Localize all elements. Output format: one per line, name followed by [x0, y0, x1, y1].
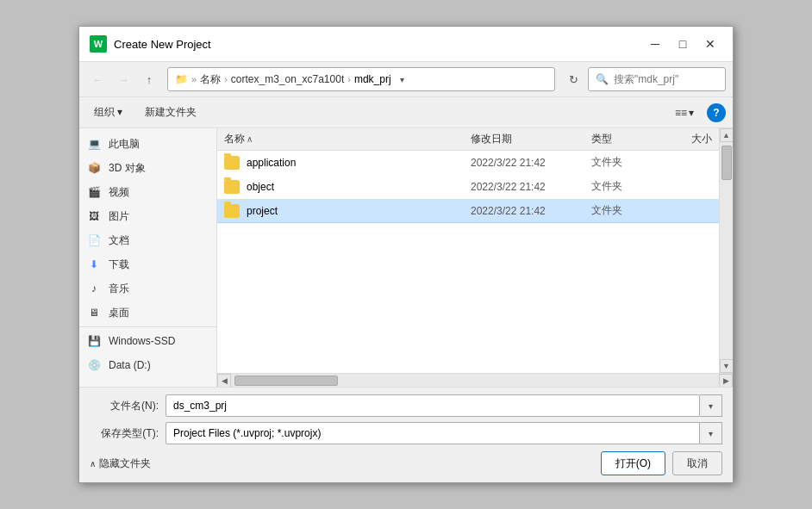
- scroll-right-button[interactable]: ▶: [719, 374, 733, 388]
- table-row[interactable]: project 2022/3/22 21:42 文件夹: [217, 199, 719, 223]
- search-bar: 🔍: [588, 67, 726, 91]
- close-button[interactable]: ✕: [698, 34, 722, 54]
- sidebar-item-picture[interactable]: 🖼 图片: [79, 204, 216, 228]
- sidebar-item-this-pc[interactable]: 💻 此电脑: [79, 132, 216, 156]
- open-button[interactable]: 打开(O): [601, 451, 665, 475]
- sidebar-label-picture: 图片: [109, 209, 129, 224]
- file-type-cell: 文件夹: [591, 179, 660, 194]
- sidebar-item-desktop[interactable]: 🖥 桌面: [79, 301, 216, 325]
- view-button[interactable]: ≡≡ ▾: [669, 103, 700, 122]
- cancel-button[interactable]: 取消: [672, 451, 722, 475]
- bottom-form-area: 文件名(N): ▾ 保存类型(T): Project Files (*.uvpr…: [79, 387, 733, 482]
- file-name-cell: application: [224, 156, 471, 170]
- sidebar-item-windows-ssd[interactable]: 💾 Windows-SSD: [79, 329, 216, 353]
- file-type-cell: 文件夹: [591, 203, 660, 218]
- sidebar-label-desktop: 桌面: [109, 306, 129, 320]
- content-area: 💻 此电脑 📦 3D 对象 🎬 视频 🖼 图片 📄 文档 ⬇ 下载: [79, 128, 733, 387]
- h-scroll-thumb[interactable]: [234, 376, 338, 386]
- picture-icon: 🖼: [86, 208, 102, 224]
- table-row[interactable]: application 2022/3/22 21:42 文件夹: [217, 151, 719, 175]
- vertical-scrollbar[interactable]: ▲ ▼: [719, 128, 733, 373]
- column-header-type[interactable]: 类型: [591, 132, 660, 146]
- refresh-button[interactable]: ↻: [562, 68, 584, 90]
- scroll-thumb[interactable]: [721, 146, 732, 180]
- sidebar-label-download: 下载: [109, 258, 129, 272]
- maximize-button[interactable]: □: [671, 34, 695, 54]
- filetype-label: 保存类型(T):: [90, 426, 159, 441]
- scroll-track[interactable]: [720, 142, 734, 359]
- column-header-name[interactable]: 名称 ∧: [224, 132, 471, 146]
- back-button[interactable]: ←: [86, 68, 109, 90]
- hide-folder-button[interactable]: ∧ 隐藏文件夹: [90, 456, 151, 471]
- file-date-cell: 2022/3/22 21:42: [471, 181, 591, 193]
- breadcrumb-dropdown-button[interactable]: ▾: [395, 71, 410, 87]
- window-controls: ─ □ ✕: [643, 34, 722, 54]
- folder-icon: [224, 180, 240, 194]
- file-list-header: 名称 ∧ 修改日期 类型 大小: [217, 128, 719, 151]
- download-icon: ⬇: [86, 257, 102, 272]
- view-icon: ≡≡: [675, 107, 687, 119]
- scroll-up-button[interactable]: ▲: [720, 128, 734, 142]
- folder-icon: [224, 156, 240, 170]
- sidebar-label-this-pc: 此电脑: [109, 137, 140, 152]
- minimize-button[interactable]: ─: [643, 34, 667, 54]
- sidebar-item-data-d[interactable]: 💿 Data (D:): [79, 353, 216, 377]
- filetype-row: 保存类型(T): Project Files (*.uvproj; *.uvpr…: [90, 422, 722, 444]
- column-header-size[interactable]: 大小: [660, 132, 712, 146]
- sidebar-item-3d[interactable]: 📦 3D 对象: [79, 156, 216, 180]
- sidebar-item-video[interactable]: 🎬 视频: [79, 180, 216, 204]
- filename-row: 文件名(N): ▾: [90, 394, 722, 417]
- sidebar-label-windows-ssd: Windows-SSD: [109, 335, 175, 347]
- sidebar-label-3d: 3D 对象: [109, 161, 146, 176]
- sort-arrow: ∧: [247, 134, 253, 144]
- file-type-cell: 文件夹: [591, 155, 660, 170]
- breadcrumb-arm[interactable]: 名称: [200, 72, 221, 87]
- filename-dropdown-button[interactable]: ▾: [700, 394, 722, 417]
- file-name-label: project: [247, 205, 278, 217]
- search-input[interactable]: [614, 73, 717, 85]
- computer-icon: 💻: [86, 136, 102, 152]
- file-date-cell: 2022/3/22 21:42: [471, 157, 591, 169]
- sidebar-divider: [79, 326, 216, 327]
- new-folder-button[interactable]: 新建文件夹: [137, 102, 204, 123]
- h-scroll-track[interactable]: [231, 374, 719, 388]
- title-bar: W Create New Project ─ □ ✕: [79, 27, 733, 62]
- filetype-select[interactable]: Project Files (*.uvproj; *.uvprojx): [166, 422, 700, 444]
- file-name-cell: project: [224, 204, 471, 218]
- breadcrumb-sep1: »: [191, 74, 197, 84]
- sidebar-item-download[interactable]: ⬇ 下载: [79, 252, 216, 276]
- file-date-cell: 2022/3/22 21:42: [471, 205, 591, 217]
- toolbar-secondary: 组织 ▾ 新建文件夹 ≡≡ ▾ ?: [79, 97, 733, 128]
- hide-folder-label: 隐藏文件夹: [99, 456, 151, 471]
- dialog-title: Create New Project: [114, 38, 211, 51]
- hide-folder-arrow: ∧: [90, 459, 96, 469]
- scroll-down-button[interactable]: ▼: [720, 359, 734, 373]
- breadcrumb-bar: 📁 » 名称 › cortex_m3_on_xc7a100t › mdk_prj…: [167, 67, 555, 91]
- breadcrumb-current[interactable]: mdk_prj: [354, 73, 391, 85]
- breadcrumb-folder-icon: 📁: [175, 73, 188, 85]
- breadcrumb-cortex[interactable]: cortex_m3_on_xc7a100t: [231, 73, 344, 85]
- help-button[interactable]: ?: [707, 103, 726, 122]
- table-row[interactable]: object 2022/3/22 21:42 文件夹: [217, 175, 719, 199]
- sidebar: 💻 此电脑 📦 3D 对象 🎬 视频 🖼 图片 📄 文档 ⬇ 下载: [79, 128, 217, 387]
- folder-icon: [224, 204, 240, 218]
- horizontal-scrollbar[interactable]: ◀ ▶: [217, 373, 733, 387]
- sidebar-item-document[interactable]: 📄 文档: [79, 228, 216, 252]
- scroll-container: 名称 ∧ 修改日期 类型 大小: [217, 128, 733, 373]
- file-name-cell: object: [224, 180, 471, 194]
- sidebar-label-video: 视频: [109, 185, 129, 200]
- forward-button[interactable]: →: [112, 68, 134, 90]
- 3d-icon: 📦: [86, 160, 102, 176]
- sidebar-item-music[interactable]: ♪ 音乐: [79, 276, 216, 301]
- navigation-bar: ← → ↑ 📁 » 名称 › cortex_m3_on_xc7a100t › m…: [79, 62, 733, 97]
- filename-input[interactable]: [166, 394, 700, 417]
- sidebar-label-music: 音乐: [109, 282, 129, 296]
- organize-button[interactable]: 组织 ▾: [86, 102, 130, 123]
- filetype-dropdown-button[interactable]: ▾: [700, 422, 722, 444]
- new-folder-label: 新建文件夹: [145, 105, 197, 120]
- app-icon: W: [90, 35, 107, 53]
- up-button[interactable]: ↑: [138, 68, 160, 90]
- action-row: ∧ 隐藏文件夹 打开(O) 取消: [90, 451, 722, 475]
- scroll-left-button[interactable]: ◀: [217, 374, 231, 388]
- column-header-date[interactable]: 修改日期: [471, 132, 591, 146]
